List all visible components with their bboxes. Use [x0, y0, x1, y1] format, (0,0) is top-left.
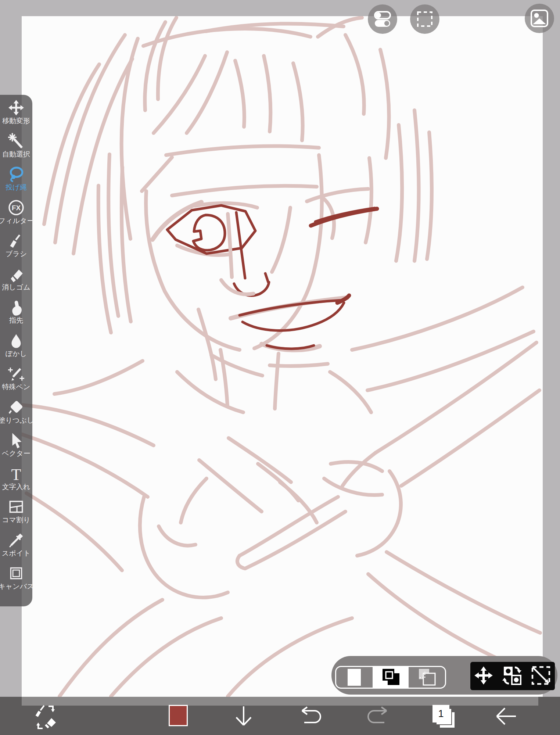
tool-label: スポイト [2, 549, 30, 557]
svg-text:T: T [11, 465, 21, 482]
transform-selection-button[interactable] [501, 664, 523, 688]
toggles-icon [373, 11, 392, 28]
tool-filter[interactable]: FX フィルター [0, 199, 32, 233]
canvas-frame-right [543, 16, 560, 697]
tool-special-pen[interactable]: 特殊ペン [0, 365, 32, 399]
move-selection-icon [474, 666, 493, 685]
eyedropper-icon [8, 532, 25, 549]
auto-select-icon [8, 133, 25, 150]
panel-divide-icon [8, 498, 25, 515]
undo-icon [297, 706, 323, 727]
tool-label: 塗りつぶし [0, 416, 34, 424]
lasso-icon [8, 166, 25, 183]
tool-panel: 移動変形 自動選択 投げ縄 FX フィルター [0, 95, 32, 606]
tool-label: 指先 [9, 316, 23, 324]
layers-button[interactable]: 1 [432, 705, 456, 728]
tool-label: 投げ縄 [6, 183, 26, 191]
vector-icon [8, 432, 25, 449]
tool-lasso[interactable]: 投げ縄 [0, 166, 32, 199]
tool-eyedropper[interactable]: スポイト [0, 532, 32, 565]
brush-icon [8, 232, 25, 249]
text-icon: T [8, 465, 25, 482]
redo-icon [366, 706, 392, 727]
tool-label: 特殊ペン [2, 383, 30, 391]
tool-label: キャンバス [0, 582, 34, 590]
canvas-frame-top [0, 0, 560, 16]
bottom-strip [0, 697, 560, 706]
drawing-canvas[interactable] [22, 16, 543, 697]
color-swatch[interactable] [169, 705, 188, 726]
tool-label: ブラシ [6, 250, 27, 258]
tool-eraser[interactable]: 消しゴム [0, 266, 32, 299]
brush-eraser-swap-icon [32, 703, 61, 732]
tool-vector[interactable]: ベクター [0, 432, 32, 465]
transform-selection-icon [501, 664, 523, 686]
tool-label: 移動変形 [2, 117, 30, 125]
bottom-strip-corner-right [538, 697, 560, 706]
deselect-icon [531, 665, 551, 686]
tool-brush[interactable]: ブラシ [0, 232, 32, 266]
tool-label: 自動選択 [2, 150, 30, 158]
selection-mode-group [335, 666, 446, 689]
tool-fingertip[interactable]: 指先 [0, 299, 32, 332]
dashed-square-icon [416, 11, 433, 28]
tool-canvas[interactable]: キャンバス [0, 565, 32, 598]
canvas-icon [8, 565, 25, 582]
deselect-button[interactable] [531, 665, 551, 687]
filter-fx-icon: FX [8, 199, 25, 216]
selection-toolbar [331, 656, 557, 695]
tool-label: フィルター [0, 217, 34, 225]
bottom-bar [0, 706, 560, 735]
selection-actions-group [470, 662, 555, 690]
blur-icon [8, 332, 25, 349]
tool-blur[interactable]: ぼかし [0, 332, 32, 366]
undo-button[interactable] [297, 706, 323, 728]
selection-mode-new[interactable] [336, 667, 373, 688]
tool-auto-select[interactable]: 自動選択 [0, 133, 32, 166]
down-arrow-icon [233, 705, 254, 728]
layer-settings-button[interactable] [368, 4, 397, 34]
down-arrow-button[interactable] [233, 705, 254, 729]
subtract-square-icon [417, 668, 437, 686]
tool-label: コマ割り [2, 516, 30, 524]
tool-fill[interactable]: 塗りつぶし [0, 399, 32, 432]
tool-move-transform[interactable]: 移動変形 [0, 99, 32, 133]
move-selection-button[interactable] [474, 666, 493, 686]
special-pen-icon [8, 365, 25, 382]
layer-count: 1 [432, 705, 449, 723]
tool-label: 文字入れ [2, 483, 30, 491]
image-icon [530, 9, 549, 28]
fill-icon [8, 399, 25, 416]
back-button[interactable] [495, 706, 518, 728]
move-transform-icon [8, 99, 25, 116]
redo-button[interactable] [366, 706, 392, 728]
eraser-icon [8, 266, 25, 283]
tool-text[interactable]: T 文字入れ [0, 465, 32, 499]
app-window: 移動変形 自動選択 投げ縄 FX フィルター [0, 0, 560, 735]
svg-text:FX: FX [12, 204, 21, 212]
bottom-strip-corner-left [0, 697, 22, 706]
tool-label: ベクター [2, 449, 30, 457]
materials-button[interactable] [525, 4, 554, 33]
tool-label: ぼかし [6, 350, 27, 358]
new-selection-icon [347, 668, 362, 686]
selection-mode-subtract[interactable] [409, 667, 445, 688]
back-arrow-icon [495, 706, 518, 726]
brush-eraser-swap-button[interactable] [32, 703, 61, 734]
fingertip-icon [8, 299, 25, 316]
overlap-squares-icon [380, 668, 401, 686]
selection-mode-overlap[interactable] [373, 667, 409, 688]
sketch-drawing [22, 16, 543, 697]
selection-button[interactable] [410, 4, 439, 34]
tool-panel-divide[interactable]: コマ割り [0, 498, 32, 532]
tool-label: 消しゴム [2, 283, 30, 291]
